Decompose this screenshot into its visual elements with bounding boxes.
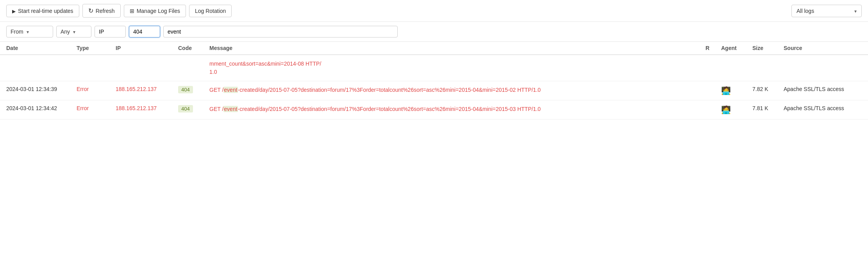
all-logs-dropdown[interactable]: All logs — [791, 5, 862, 17]
chevron-down-icon — [27, 29, 29, 35]
row1-date: 2024-03-01 12:34:39 — [6, 86, 77, 92]
toolbar: Start real-time updates Refresh Manage L… — [0, 0, 868, 22]
row2-date: 2024-03-01 12:34:42 — [6, 105, 77, 111]
row2-type: Error — [77, 105, 116, 111]
row2-ip: 188.165.212.137 — [116, 105, 178, 111]
col-type: Type — [77, 45, 116, 51]
chevron-down-icon — [73, 29, 75, 35]
log-rotation-label: Log Rotation — [195, 8, 226, 14]
refresh-button[interactable]: Refresh — [82, 4, 121, 18]
start-realtime-label: Start real-time updates — [18, 8, 73, 14]
code-badge: 404 — [178, 105, 193, 112]
from-label: From — [11, 29, 23, 35]
col-agent: Agent — [721, 45, 752, 51]
start-realtime-button[interactable]: Start real-time updates — [6, 5, 79, 17]
col-message: Message — [209, 45, 705, 51]
manage-log-files-label: Manage Log Files — [137, 8, 180, 14]
highlight-event: event — [223, 87, 238, 93]
col-date: Date — [6, 45, 77, 51]
chevron-down-icon — [854, 8, 857, 14]
refresh-label: Refresh — [96, 8, 115, 14]
table-row[interactable]: 2024-03-01 12:34:42 Error 188.165.212.13… — [0, 100, 868, 120]
event-input[interactable] — [163, 26, 398, 38]
col-size: Size — [752, 45, 784, 51]
highlight-event: event — [223, 106, 238, 112]
manage-icon — [130, 8, 134, 14]
any-dropdown[interactable]: Any — [56, 26, 91, 38]
partial-message: mment_count&sort=asc&mini=2014-08 HTTP/1… — [209, 60, 705, 76]
row2-source: Apache SSL/TLS access — [784, 105, 862, 111]
code-input[interactable] — [129, 26, 160, 38]
row1-ip: 188.165.212.137 — [116, 86, 178, 92]
code-badge: 404 — [178, 86, 193, 93]
table-row-partial: mment_count&sort=asc&mini=2014-08 HTTP/1… — [0, 55, 868, 81]
row2-size: 7.81 K — [752, 105, 784, 111]
row1-type: Error — [77, 86, 116, 92]
refresh-icon — [88, 7, 93, 14]
log-rotation-button[interactable]: Log Rotation — [189, 5, 232, 17]
row2-agent-icon: 🧑‍💻 — [721, 105, 752, 114]
ip-input[interactable] — [95, 26, 126, 38]
col-ip: IP — [116, 45, 178, 51]
all-logs-label: All logs — [797, 8, 814, 14]
filter-row: From Any — [0, 22, 868, 42]
col-r: R — [705, 45, 721, 51]
row2-message: GET /event-created/day/2015-07-05?destin… — [209, 105, 705, 113]
any-label: Any — [61, 29, 70, 35]
from-dropdown[interactable]: From — [6, 26, 53, 38]
row1-source: Apache SSL/TLS access — [784, 86, 862, 92]
col-code: Code — [178, 45, 209, 51]
table-row[interactable]: 2024-03-01 12:34:39 Error 188.165.212.13… — [0, 81, 868, 100]
row1-message: GET /event-created/day/2015-07-05?destin… — [209, 86, 705, 94]
play-icon — [12, 8, 16, 14]
row2-code: 404 — [178, 105, 209, 112]
table-header: Date Type IP Code Message R Agent Size S… — [0, 42, 868, 55]
col-source: Source — [784, 45, 862, 51]
row1-code: 404 — [178, 86, 209, 93]
row1-agent-icon: 🧑‍💻 — [721, 86, 752, 95]
row1-size: 7.82 K — [752, 86, 784, 92]
manage-log-files-button[interactable]: Manage Log Files — [124, 5, 186, 17]
